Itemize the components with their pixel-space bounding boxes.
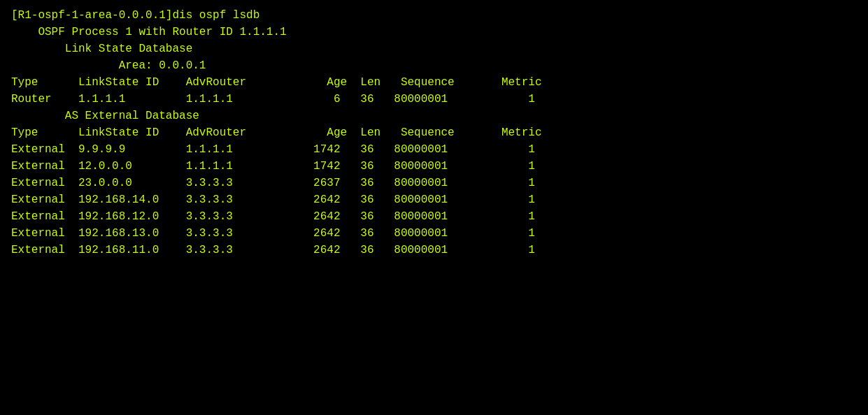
ext-table-row-6: External 192.168.13.0 3.3.3.3 2642 36 80… bbox=[11, 225, 857, 242]
ext-table-row-3: External 23.0.0.0 3.3.3.3 2637 36 800000… bbox=[11, 175, 857, 191]
ext-table-row-5: External 192.168.12.0 3.3.3.3 2642 36 80… bbox=[11, 208, 857, 225]
ext-table-row-2: External 12.0.0.0 1.1.1.1 1742 36 800000… bbox=[11, 158, 857, 175]
area-line: Area: 0.0.0.1 bbox=[11, 57, 857, 74]
prompt-line: [R1-ospf-1-area-0.0.0.1]dis ospf lsdb bbox=[11, 7, 857, 24]
link-state-db-line: Link State Database bbox=[11, 41, 857, 57]
ext-table-row-1: External 9.9.9.9 1.1.1.1 1742 36 8000000… bbox=[11, 141, 857, 158]
area-table-header: Type LinkState ID AdvRouter Age Len Sequ… bbox=[11, 74, 857, 91]
ext-table-row-4: External 192.168.14.0 3.3.3.3 2642 36 80… bbox=[11, 191, 857, 208]
as-external-header: AS External Database bbox=[11, 108, 857, 124]
ext-table-row-7: External 192.168.11.0 3.3.3.3 2642 36 80… bbox=[11, 242, 857, 259]
area-table-row-1: Router 1.1.1.1 1.1.1.1 6 36 80000001 1 bbox=[11, 91, 857, 108]
terminal-window: [R1-ospf-1-area-0.0.0.1]dis ospf lsdb OS… bbox=[11, 7, 857, 408]
ext-table-header: Type LinkState ID AdvRouter Age Len Sequ… bbox=[11, 124, 857, 141]
ospf-process-line: OSPF Process 1 with Router ID 1.1.1.1 bbox=[11, 24, 857, 41]
